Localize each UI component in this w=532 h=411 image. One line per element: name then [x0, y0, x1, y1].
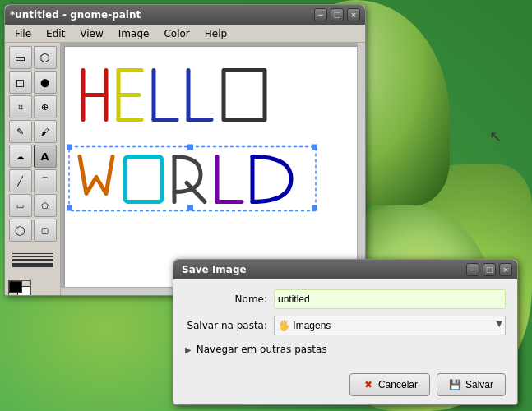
dialog-body: Nome: Salvar na pasta: 🖐 Imagens ▼ ▶ Nav…: [173, 279, 517, 370]
folder-expander[interactable]: ▶ Navegar em outras pastas: [185, 342, 506, 357]
toolbar: ▭ ⬡ ◻ ⬤ ⌗ ⊕ ✎ 🖌 ☁ A ╱ ⌒: [5, 43, 61, 295]
brush-size-3[interactable]: [12, 259, 53, 261]
tool-pencil[interactable]: ✎: [9, 120, 32, 143]
expander-label: Navegar em outras pastas: [197, 344, 327, 355]
cancel-icon: ✖: [362, 378, 375, 391]
tool-ellipse[interactable]: ◯: [9, 219, 32, 242]
tool-select-rect[interactable]: ▭: [9, 46, 32, 69]
svg-rect-22: [67, 206, 72, 211]
dialog-controls: − □ ×: [466, 263, 512, 276]
folder-select-wrapper: 🖐 Imagens ▼: [274, 316, 506, 335]
main-window: *untitled - gnome-paint − □ × File Edit …: [4, 4, 366, 296]
menu-color[interactable]: Color: [157, 26, 196, 41]
svg-rect-19: [67, 145, 72, 150]
window-body: ▭ ⬡ ◻ ⬤ ⌗ ⊕ ✎ 🖌 ☁ A ╱ ⌒: [5, 43, 365, 295]
svg-rect-18: [69, 147, 316, 211]
menu-bar: File Edit View Image Color Help: [5, 25, 365, 43]
svg-rect-21: [312, 145, 317, 150]
dialog-maximize-button[interactable]: □: [483, 263, 496, 276]
save-icon: 💾: [449, 378, 462, 391]
tool-line[interactable]: ╱: [9, 169, 32, 192]
main-window-title: *untitled - gnome-paint: [10, 9, 141, 21]
maximize-button[interactable]: □: [331, 8, 344, 21]
menu-edit[interactable]: Edit: [39, 26, 72, 41]
tool-row-7: ▭ ⬠: [9, 194, 57, 217]
cancel-button[interactable]: ✖ Cancelar: [349, 373, 430, 396]
brush-size-2[interactable]: [12, 256, 53, 257]
folder-field-row: Salvar na pasta: 🖐 Imagens ▼: [185, 316, 506, 335]
dialog-footer: ✖ Cancelar 💾 Salvar: [173, 370, 517, 404]
tool-row-6: ╱ ⌒: [9, 169, 57, 192]
save-dialog: Save Image − □ × Nome: Salvar na pasta: …: [173, 259, 518, 405]
save-button[interactable]: 💾 Salvar: [437, 373, 506, 396]
tool-zoom[interactable]: ⊕: [34, 95, 57, 118]
menu-view[interactable]: View: [73, 26, 109, 41]
svg-rect-12: [125, 157, 162, 202]
scrollbar-vertical[interactable]: [357, 43, 365, 295]
folder-select[interactable]: 🖐 Imagens: [274, 316, 506, 335]
color-palette: [7, 279, 59, 295]
close-button[interactable]: ×: [347, 8, 360, 21]
svg-rect-11: [224, 71, 265, 120]
tool-polygon[interactable]: ⬠: [34, 194, 57, 217]
name-input[interactable]: [274, 289, 506, 309]
name-label: Nome:: [185, 293, 267, 305]
save-label: Salvar: [465, 379, 493, 390]
tool-select-free[interactable]: ⬡: [34, 46, 57, 69]
tool-curve[interactable]: ⌒: [34, 169, 57, 192]
tool-airbrush[interactable]: ☁: [9, 145, 32, 168]
tool-eyedropper[interactable]: ⌗: [9, 95, 32, 118]
main-titlebar: *untitled - gnome-paint − □ ×: [5, 5, 365, 25]
brush-size-1[interactable]: [12, 253, 53, 254]
menu-image[interactable]: Image: [112, 26, 156, 41]
menu-help[interactable]: Help: [198, 26, 234, 41]
minimize-button[interactable]: −: [314, 8, 327, 21]
tool-row-4: ✎ 🖌: [9, 120, 57, 143]
fg-color[interactable]: [9, 281, 22, 293]
drawing-svg: [65, 47, 361, 291]
tool-text[interactable]: A: [34, 145, 57, 168]
dialog-close-button[interactable]: ×: [499, 263, 512, 276]
tool-rounded-rect[interactable]: ▢: [34, 219, 57, 242]
tool-row-8: ◯ ▢: [9, 219, 57, 242]
tool-eraser[interactable]: ◻: [9, 71, 32, 94]
svg-rect-20: [187, 145, 193, 150]
tool-row-5: ☁ A: [9, 145, 57, 168]
tool-row-3: ⌗ ⊕: [9, 95, 57, 118]
dialog-minimize-button[interactable]: −: [466, 263, 479, 276]
tool-row-1: ▭ ⬡: [9, 46, 57, 69]
tool-rect[interactable]: ▭: [9, 194, 32, 217]
dialog-titlebar: Save Image − □ ×: [173, 260, 517, 279]
main-window-controls: − □ ×: [314, 8, 360, 21]
expander-arrow-icon: ▶: [185, 345, 192, 354]
menu-file[interactable]: File: [8, 26, 38, 41]
brush-sizes: [12, 253, 53, 267]
cancel-label: Cancelar: [378, 379, 418, 390]
dialog-title: Save Image: [182, 264, 247, 275]
tool-row-2: ◻ ⬤: [9, 71, 57, 94]
name-field-row: Nome:: [185, 289, 506, 309]
selected-colors: [8, 280, 31, 295]
canvas-area[interactable]: [61, 43, 365, 295]
tool-fill[interactable]: ⬤: [34, 71, 57, 94]
folder-label: Salvar na pasta:: [185, 320, 267, 331]
svg-rect-23: [187, 206, 193, 211]
svg-rect-24: [312, 206, 317, 211]
brush-size-4[interactable]: [12, 263, 53, 267]
canvas[interactable]: [64, 46, 362, 292]
tool-brush[interactable]: 🖌: [34, 120, 57, 143]
